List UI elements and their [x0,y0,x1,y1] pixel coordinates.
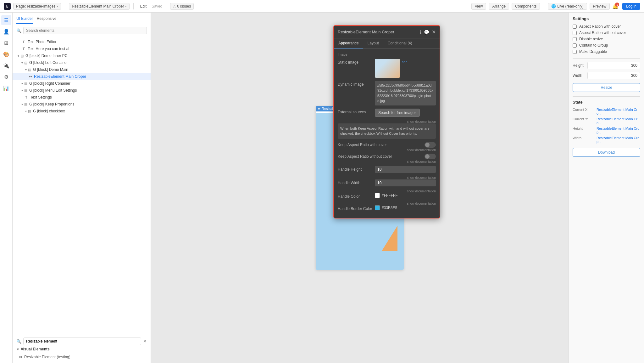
info-icon[interactable]: ℹ [420,30,421,35]
comment-icon[interactable]: 💬 [424,30,429,35]
checkbox-label-0: Aspect Ration with cover [579,24,621,29]
show-doc-link[interactable]: show documentation [338,120,436,123]
tab-appearance[interactable]: Appearance [334,38,363,48]
icon-bar-settings[interactable]: ⚙ [1,72,11,82]
text-icon: T [25,95,29,99]
element-selector[interactable]: ResizableElement Main Croper ▾ [69,3,130,10]
element-search-input[interactable] [23,337,141,345]
height-input[interactable] [587,62,640,69]
tree-item-g-checkbox[interactable]: ▾ ▤ G [block] checkbox [13,108,151,115]
show-doc-hw[interactable]: show documentation [338,190,436,193]
static-image-preview[interactable] [375,59,400,78]
icon-bar-ui-builder[interactable]: ☰ [1,15,11,25]
keep-aspect-cover-toggle[interactable] [425,142,436,148]
checkbox-4[interactable] [573,50,577,54]
tree-item-g-demo-main[interactable]: ▾ ▤ G [block] Demo Main [13,66,151,73]
handle-height-input[interactable] [375,166,436,173]
tree-item-resizable-element[interactable]: ⇔ ResizableElement Main Croper [13,73,151,80]
checkbox-row-4: Make Draggable [573,49,640,54]
search-icon: 🔍 [16,28,21,33]
modal-body: Image Static image see Dynamic image [334,49,440,218]
tree-item-label: G [block] Menu Edit Settings [29,88,77,93]
handle-width-value [375,179,436,186]
icon-bar-users[interactable]: 👤 [1,26,11,37]
show-doc-cover[interactable]: show documentation [338,148,436,152]
keep-aspect-no-cover-toggle[interactable] [425,154,436,159]
show-doc-hh[interactable]: show documentation [338,176,436,179]
static-image-label: Static image [338,59,372,65]
resizable-element-item[interactable]: ⇔ Resizable Element (testing) [16,353,147,360]
page-chevron-icon: ▾ [57,5,58,8]
icon-bar-data[interactable]: ⊞ [1,38,11,48]
resize-button[interactable]: Resize [573,83,640,92]
notification-badge: 1 [615,3,619,7]
close-icon[interactable]: ✕ [432,29,436,35]
tab-responsive[interactable]: Responsive [37,15,57,24]
view-btn[interactable]: View [471,3,486,10]
tree-item-label: G [block] Demo Inner PC [25,54,67,58]
clear-search-icon[interactable]: ✕ [143,339,147,344]
width-input[interactable] [587,72,640,79]
checkbox-row-1: Aspect Ration without cover [573,31,640,35]
checkbox-3[interactable] [573,43,577,48]
icon-bar-styles[interactable]: 🎨 [1,49,11,59]
dynamic-image-label: Dynamic image [338,81,372,87]
checkbox-1[interactable] [573,31,577,35]
state-value-0: ResizableElement Main Cro... [597,108,640,115]
page-selector[interactable]: Page: resizable-images ▾ [13,3,61,10]
search-free-images-btn[interactable]: Search for free images [375,109,420,117]
dynamic-image-row: Dynamic image //5f5c22c5d99d05b64fbcd8f8… [338,81,436,105]
download-button[interactable]: Download [573,148,640,157]
arrange-btn[interactable]: Arrange [489,3,509,10]
group-icon: ▤ [28,109,32,113]
handle-border-color-swatch [375,205,380,210]
tab-ui-builder[interactable]: UI Builder [16,15,33,24]
keep-aspect-cover-row: Keep Aspect Ratio with cover [338,142,436,148]
external-sources-row: External sources Search for free images [338,109,436,117]
page-label: Page: resizable-images [16,4,55,9]
icon-bar-plugins[interactable]: 🔌 [1,60,11,71]
show-doc-hc[interactable]: show documentation [338,202,436,205]
tab-conditional[interactable]: Conditional (4) [383,38,417,48]
icon-bar-logs[interactable]: 📊 [1,83,11,93]
tree-item-text-settings[interactable]: T Text Settings [13,94,151,101]
tree-item-g-menu-edit[interactable]: ▾ ▤ G [block] Menu Edit Settings [13,87,151,94]
state-row-3: Width:ResizableElement Main Crop... [573,136,640,144]
handle-width-input[interactable] [375,179,436,186]
tree-item-g-demo-inner[interactable]: ▾ ▤ G [block] Demo Inner PC [13,52,151,59]
tree-item-g-right-container[interactable]: ▾ ▤ G [block] Right Conainer [13,80,151,87]
expand-arrow-icon: ▼ [16,348,19,351]
see-link[interactable]: see [402,59,408,64]
checkbox-row-3: Contain to Group [573,43,640,48]
issues-btn[interactable]: △ 0 issues [170,3,194,10]
tab-layout[interactable]: Layout [363,38,383,48]
tree-item-g-left-container[interactable]: ▾ ▤ G [block] Left Conainer [13,59,151,66]
elements-search-input[interactable] [23,27,147,34]
width-row: Width [573,72,640,79]
group-icon: ▤ [28,68,32,72]
checkbox-label-2: Disable resize [579,37,603,41]
checkbox-0[interactable] [573,25,577,29]
tree-item-g-keep-proportions[interactable]: ▾ ▤ G [block] Keep Proportions [13,101,151,108]
width-label: Width [573,73,585,78]
icon-bar: ☰ 👤 ⊞ 🎨 🔌 ⚙ 📊 [0,13,13,363]
handle-border-color-picker[interactable]: #33B5E5 [375,205,397,210]
text-icon: T [23,40,26,44]
separator2 [573,96,640,97]
live-btn[interactable]: 🌐 Live (read-only) [548,3,587,10]
external-sources-value: Search for free images [375,109,436,117]
edit-menu[interactable]: Edit [137,3,149,9]
preview-btn[interactable]: Preview [590,3,610,10]
element-label: ResizableElement Main Croper [72,4,124,9]
login-button[interactable]: Log in [622,3,640,10]
state-title: State [573,100,640,105]
handle-color-picker[interactable]: #FFFFFF [375,193,398,198]
checkbox-2[interactable] [573,37,577,41]
tree-item-text-here[interactable]: T Text Here you can test al [13,45,151,52]
tree-item-text-photo-editor[interactable]: T Text Photo Editor [13,38,151,45]
components-btn[interactable]: Components [512,3,540,10]
handle-border-color-row: Handle Border Color #33B5E5 [338,205,436,211]
external-sources-label: External sources [338,109,372,114]
state-row-1: Current Y:ResizableElement Main Cro... [573,117,640,125]
show-doc-no-cover[interactable]: show documentation [338,160,436,163]
